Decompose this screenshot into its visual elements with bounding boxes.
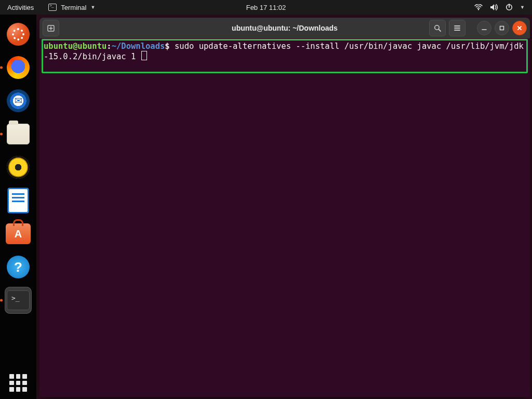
clock-button[interactable]: Feb 17 11:02 [246, 0, 286, 15]
dock-item-rhythmbox[interactable] [5, 154, 32, 181]
chevron-down-icon: ▼ [520, 5, 525, 10]
desktop: ubuntu@ubuntu: ~/Downloads [36, 15, 532, 399]
thunderbird-icon [7, 89, 30, 112]
titlebar[interactable]: ubuntu@ubuntu: ~/Downloads [39, 18, 530, 38]
prompt-user: ubuntu@ubuntu [44, 42, 107, 51]
hamburger-menu-button[interactable] [449, 20, 466, 36]
terminal-icon: >_ [7, 290, 30, 310]
search-icon [433, 24, 442, 32]
activities-button[interactable]: Activities [0, 0, 41, 15]
new-tab-button[interactable] [43, 20, 59, 36]
search-button[interactable] [429, 20, 446, 36]
terminal-window: ubuntu@ubuntu: ~/Downloads [39, 18, 530, 397]
rhythmbox-icon [7, 156, 30, 179]
cursor [141, 51, 147, 60]
dock-item-help[interactable]: ? [5, 254, 32, 281]
terminal-text: ubuntu@ubuntu:~/Downloads$ sudo update-a… [44, 42, 526, 61]
network-icon [474, 4, 483, 10]
prompt-sep1: : [107, 42, 111, 51]
system-menu[interactable]: ▼ [467, 0, 532, 15]
dock: ? >_ [0, 15, 36, 399]
volume-icon [490, 4, 498, 11]
activities-label: Activities [7, 4, 34, 11]
gnome-topbar: Activities Terminal ▼ Feb 17 11:02 ▼ [0, 0, 532, 15]
window-title: ubuntu@ubuntu: ~/Downloads [232, 24, 338, 32]
svg-line-7 [438, 29, 441, 31]
terminal-icon [48, 4, 57, 11]
show-applications-button[interactable] [0, 374, 36, 392]
files-icon [7, 124, 30, 144]
titlebar-right-cluster [429, 20, 527, 36]
dock-item-terminal[interactable]: >_ [5, 287, 32, 314]
dock-item-thunderbird[interactable] [5, 87, 32, 114]
ubuntu-icon [7, 23, 30, 46]
maximize-button[interactable] [495, 21, 509, 35]
chevron-down-icon: ▼ [90, 5, 95, 10]
prompt-sep2: $ [165, 42, 169, 51]
close-icon [516, 25, 523, 31]
hamburger-icon [453, 24, 461, 32]
libreoffice-writer-icon [8, 188, 29, 213]
terminal-body[interactable]: ubuntu@ubuntu:~/Downloads$ sudo update-a… [39, 38, 530, 397]
appmenu-label: Terminal [61, 4, 86, 11]
dock-item-firefox[interactable] [5, 54, 32, 81]
new-tab-icon [47, 24, 55, 32]
firefox-icon [7, 56, 30, 79]
ubuntu-software-icon [6, 223, 31, 244]
dock-item-files[interactable] [5, 121, 32, 148]
dock-item-libreoffice-writer[interactable] [5, 187, 32, 214]
minimize-button[interactable] [477, 21, 491, 35]
apps-grid-icon [9, 374, 27, 392]
svg-rect-12 [500, 26, 504, 30]
prompt-path: ~/Downloads [112, 42, 165, 51]
close-button[interactable] [512, 21, 527, 35]
clock-label: Feb 17 11:02 [246, 4, 286, 11]
help-icon: ? [7, 256, 30, 278]
power-icon [506, 4, 513, 11]
dock-item-ubuntu[interactable] [5, 21, 32, 48]
maximize-icon [499, 25, 505, 31]
appmenu-button[interactable]: Terminal ▼ [41, 0, 102, 15]
svg-point-0 [478, 9, 480, 10]
minimize-icon [481, 25, 487, 31]
dock-item-ubuntu-software[interactable] [5, 220, 32, 247]
